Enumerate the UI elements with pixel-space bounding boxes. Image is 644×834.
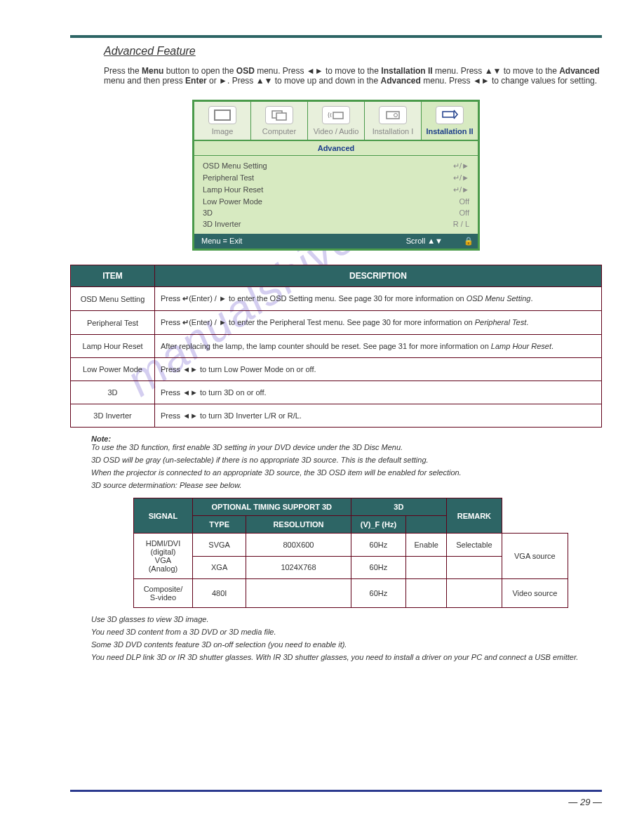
osd-row[interactable]: OSD Menu Setting↵/► (203, 160, 469, 172)
enter-icon: ↵ (182, 294, 189, 303)
osd-tab-install2[interactable]: Installation II (422, 102, 478, 140)
osd-subtitle: Advanced (194, 141, 478, 156)
svg-rect-2 (276, 113, 286, 120)
table-row: Lamp Hour Reset After replacing the lamp… (71, 335, 602, 358)
note-text: You need DLP link 3D or IR 3D shutter gl… (91, 653, 602, 661)
install2-icon (436, 106, 464, 124)
table-row: 3D Press ◄► to turn 3D on or off. (71, 381, 602, 404)
note-text: 3D source determination: Please see belo… (91, 481, 602, 489)
th-signal: SIGNAL (134, 498, 193, 534)
section-title: Advanced Feature (104, 45, 602, 58)
osd-row[interactable]: 3DOff (203, 207, 469, 218)
desc-head-item: ITEM (71, 265, 155, 287)
th-remark: REMARK (447, 498, 502, 534)
table-row: OSD Menu Setting Press ↵(Enter) / ► to e… (71, 287, 602, 311)
threed-signal-table: SIGNAL OPTIONAL TIMING SUPPORT 3D 3D REM… (133, 498, 568, 608)
osd-panel: Image Computer Video / Audio Installatio… (192, 100, 480, 251)
osd-status-bar: Menu = Exit Scroll ▲▼ 🔒 (194, 234, 478, 249)
note-text: Use 3D glasses to view 3D image. (91, 615, 602, 623)
osd-row[interactable]: 3D InverterR / L (203, 218, 469, 230)
svg-rect-3 (333, 112, 343, 119)
note-text: When the projector is connected to an ap… (91, 468, 602, 477)
table-row: Peripheral Test Press ↵(Enter) / ► to en… (71, 311, 602, 335)
osd-status-right: Scroll ▲▼ (406, 237, 443, 246)
osd-tab-image[interactable]: Image (194, 102, 251, 140)
header-divider (70, 35, 602, 38)
note-text: Some 3D DVD contents feature 3D on-off s… (91, 640, 602, 649)
osd-tab-install1[interactable]: Installation I (365, 102, 422, 140)
note-text: 3D OSD will be gray (un-selectable) if t… (91, 456, 602, 464)
note-text: You need 3D content from a 3D DVD or 3D … (91, 628, 602, 636)
video-audio-icon (322, 106, 350, 124)
intro-paragraph: Press the Menu button to open the OSD me… (104, 66, 602, 86)
note-block: Note: To use the 3D function, first enab… (91, 435, 602, 451)
svg-rect-0 (215, 110, 230, 120)
computer-icon (265, 106, 293, 124)
osd-row[interactable]: Lamp Hour Reset↵/► (203, 184, 469, 196)
osd-row[interactable]: Low Power ModeOff (203, 196, 469, 207)
enter-icon: ↵ (182, 318, 189, 326)
install1-icon (379, 106, 407, 124)
th-type: TYPE (192, 516, 246, 534)
table-row: 3D Inverter Press ◄► to turn 3D Inverter… (71, 404, 602, 428)
osd-item-list: OSD Menu Setting↵/► Peripheral Test↵/► L… (194, 156, 478, 234)
page-content: Advanced Feature Press the Menu button t… (0, 0, 644, 687)
page-number: — 29 — (568, 797, 602, 807)
osd-status-left: Menu = Exit (201, 237, 242, 246)
image-icon (208, 106, 236, 124)
description-table: ITEM DESCRIPTION OSD Menu Setting Press … (70, 265, 602, 428)
th-vf: (V)_F (Hz) (351, 516, 406, 534)
osd-tab-computer[interactable]: Computer (251, 102, 308, 140)
th-res: RESOLUTION (246, 516, 351, 534)
osd-row[interactable]: Peripheral Test↵/► (203, 172, 469, 184)
osd-tab-bar: Image Computer Video / Audio Installatio… (194, 102, 478, 141)
th-3d: 3D (351, 498, 446, 516)
desc-head-desc: DESCRIPTION (155, 265, 602, 287)
table-row: HDMI/DVI(digital)VGA(Analog) SVGA 800X60… (134, 534, 568, 557)
svg-rect-6 (443, 112, 454, 117)
footer-divider (70, 790, 602, 792)
th-optional: OPTIONAL TIMING SUPPORT 3D (192, 498, 351, 516)
table-row: Composite/S-video 480I 60Hz Video source (134, 579, 568, 608)
svg-point-5 (394, 114, 398, 117)
osd-tab-video[interactable]: Video / Audio (308, 102, 365, 140)
lock-icon: 🔒 (464, 237, 471, 246)
table-row: Low Power Mode Press ◄► to turn Low Powe… (71, 358, 602, 381)
th-blank (406, 516, 447, 534)
